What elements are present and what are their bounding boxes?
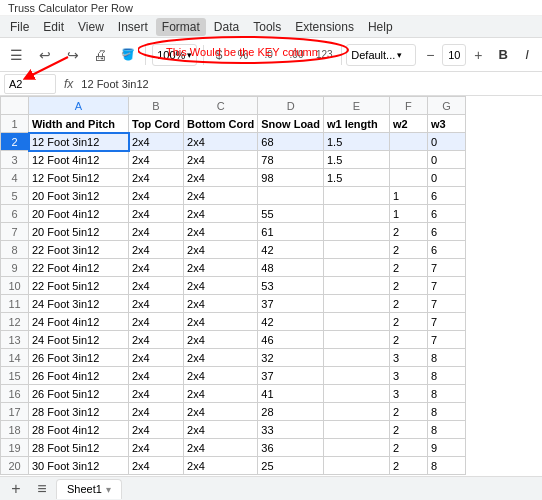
row-num-6[interactable]: 6	[1, 205, 29, 223]
row-num-8[interactable]: 8	[1, 241, 29, 259]
cell-top-cord[interactable]: 2x4	[129, 241, 184, 259]
cell-snow-load[interactable]: 48	[258, 259, 324, 277]
menu-data[interactable]: Data	[208, 18, 245, 36]
cell-top-cord[interactable]: 2x4	[129, 205, 184, 223]
menu-file[interactable]: File	[4, 18, 35, 36]
cell-w3[interactable]: 6	[427, 187, 465, 205]
cell-w2[interactable]	[389, 169, 427, 187]
col-header-a[interactable]: A	[29, 97, 129, 115]
italic-button[interactable]: I	[516, 44, 538, 66]
cell-w1-length[interactable]	[323, 313, 389, 331]
cell-w1-length[interactable]	[323, 241, 389, 259]
cell-top-cord[interactable]: 2x4	[129, 367, 184, 385]
cell-width-pitch[interactable]: 28 Foot 4in12	[29, 421, 129, 439]
menu-extensions[interactable]: Extensions	[289, 18, 360, 36]
row-num-4[interactable]: 4	[1, 169, 29, 187]
cell-w3[interactable]: 6	[427, 205, 465, 223]
cell-w2[interactable]: 2	[389, 277, 427, 295]
row-num-5[interactable]: 5	[1, 187, 29, 205]
cell-bottom-cord[interactable]: 2x4	[184, 295, 258, 313]
cell-snow-load[interactable]: 42	[258, 241, 324, 259]
cell-top-cord[interactable]: 2x4	[129, 133, 184, 151]
cell-snow-load[interactable]: 32	[258, 349, 324, 367]
cell-w2[interactable]: 1	[389, 187, 427, 205]
row-num-11[interactable]: 11	[1, 295, 29, 313]
cell-w2[interactable]: 3	[389, 385, 427, 403]
row-num-3[interactable]: 3	[1, 151, 29, 169]
cell-w2[interactable]: 2	[389, 421, 427, 439]
cell-top-cord[interactable]: 2x4	[129, 457, 184, 475]
cell-snow-load[interactable]	[258, 187, 324, 205]
cell-top-cord[interactable]: 2x4	[129, 223, 184, 241]
cell-w3[interactable]: 6	[427, 223, 465, 241]
cell-width-pitch[interactable]: 28 Foot 3in12	[29, 403, 129, 421]
cell-width-pitch[interactable]: 20 Foot 4in12	[29, 205, 129, 223]
cell-w2[interactable]: 2	[389, 457, 427, 475]
font-size-increase[interactable]: +	[468, 45, 488, 65]
cell-snow-load[interactable]: 37	[258, 367, 324, 385]
cell-top-cord[interactable]: 2x4	[129, 385, 184, 403]
header-snow-load[interactable]: Snow Load	[258, 115, 324, 133]
cell-snow-load[interactable]: 68	[258, 133, 324, 151]
cell-w2[interactable]: 3	[389, 349, 427, 367]
row-num-7[interactable]: 7	[1, 223, 29, 241]
cell-snow-load[interactable]: 61	[258, 223, 324, 241]
cell-snow-load[interactable]: 33	[258, 421, 324, 439]
cell-w1-length[interactable]	[323, 205, 389, 223]
cell-bottom-cord[interactable]: 2x4	[184, 277, 258, 295]
cell-w3[interactable]: 0	[427, 151, 465, 169]
add-sheet-button[interactable]: +	[4, 479, 28, 499]
cell-top-cord[interactable]: 2x4	[129, 313, 184, 331]
cell-width-pitch[interactable]: 24 Foot 3in12	[29, 295, 129, 313]
cell-width-pitch[interactable]: 12 Foot 3in12	[29, 133, 129, 151]
menu-edit[interactable]: Edit	[37, 18, 70, 36]
bold-button[interactable]: B	[492, 44, 514, 66]
cell-bottom-cord[interactable]: 2x4	[184, 367, 258, 385]
cell-bottom-cord[interactable]: 2x4	[184, 187, 258, 205]
cell-width-pitch[interactable]: 22 Foot 3in12	[29, 241, 129, 259]
cell-width-pitch[interactable]: 30 Foot 3in12	[29, 457, 129, 475]
row-num-14[interactable]: 14	[1, 349, 29, 367]
cell-snow-load[interactable]: 28	[258, 403, 324, 421]
cell-width-pitch[interactable]: 20 Foot 3in12	[29, 187, 129, 205]
menu-view[interactable]: View	[72, 18, 110, 36]
cell-w3[interactable]: 0	[427, 169, 465, 187]
cell-w1-length[interactable]	[323, 403, 389, 421]
cell-bottom-cord[interactable]: 2x4	[184, 259, 258, 277]
cell-bottom-cord[interactable]: 2x4	[184, 439, 258, 457]
cell-bottom-cord[interactable]: 2x4	[184, 223, 258, 241]
print-button[interactable]: 🖨	[87, 42, 113, 68]
row-num-16[interactable]: 16	[1, 385, 29, 403]
cell-snow-load[interactable]: 98	[258, 169, 324, 187]
cell-snow-load[interactable]: 36	[258, 439, 324, 457]
header-w3[interactable]: w3	[427, 115, 465, 133]
cell-w2[interactable]: 2	[389, 403, 427, 421]
cell-width-pitch[interactable]: 20 Foot 5in12	[29, 223, 129, 241]
row-num-17[interactable]: 17	[1, 403, 29, 421]
cell-w3[interactable]: 8	[427, 403, 465, 421]
undo-button[interactable]: ↩	[32, 42, 58, 68]
cell-w3[interactable]: 8	[427, 367, 465, 385]
cell-top-cord[interactable]: 2x4	[129, 295, 184, 313]
cell-bottom-cord[interactable]: 2x4	[184, 241, 258, 259]
cell-bottom-cord[interactable]: 2x4	[184, 457, 258, 475]
sheet1-tab[interactable]: Sheet1 ▾	[56, 479, 122, 499]
cell-w1-length[interactable]	[323, 223, 389, 241]
cell-bottom-cord[interactable]: 2x4	[184, 133, 258, 151]
col-header-g[interactable]: G	[427, 97, 465, 115]
cell-w1-length[interactable]	[323, 439, 389, 457]
cell-snow-load[interactable]: 42	[258, 313, 324, 331]
cell-w1-length[interactable]: 1.5	[323, 133, 389, 151]
cell-w1-length[interactable]	[323, 367, 389, 385]
cell-top-cord[interactable]: 2x4	[129, 169, 184, 187]
row-num-15[interactable]: 15	[1, 367, 29, 385]
cell-top-cord[interactable]: 2x4	[129, 421, 184, 439]
cell-bottom-cord[interactable]: 2x4	[184, 421, 258, 439]
spreadsheet-grid[interactable]: A B C D E F G 1 Width and Pitch Top Cord…	[0, 96, 542, 492]
cell-width-pitch[interactable]: 22 Foot 4in12	[29, 259, 129, 277]
cell-top-cord[interactable]: 2x4	[129, 403, 184, 421]
cell-top-cord[interactable]: 2x4	[129, 331, 184, 349]
menu-format[interactable]: Format	[156, 18, 206, 36]
cell-w1-length[interactable]: 1.5	[323, 169, 389, 187]
cell-w2[interactable]: 2	[389, 331, 427, 349]
